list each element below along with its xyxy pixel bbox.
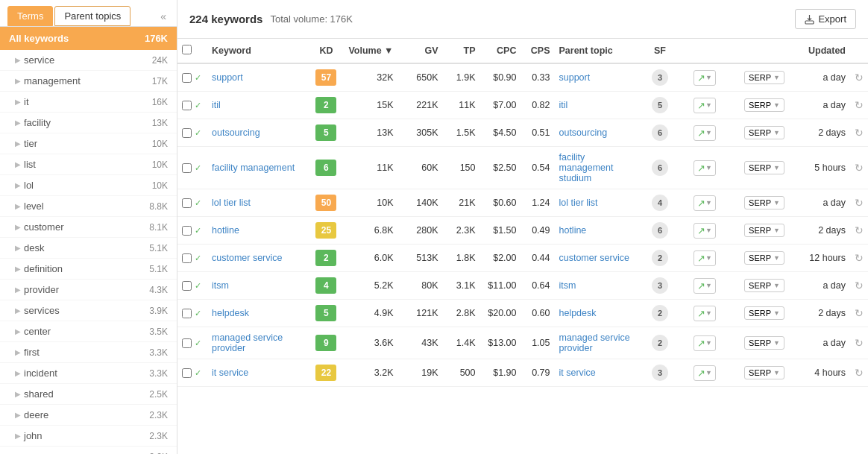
row-checkbox[interactable] <box>182 309 192 318</box>
refresh-icon[interactable]: ↻ <box>855 337 864 349</box>
col-header-gv[interactable]: GV <box>397 39 442 63</box>
collapse-sidebar-button[interactable]: « <box>157 9 169 24</box>
parent-topic-link[interactable]: itsm <box>559 280 576 291</box>
trend-button[interactable]: ↗ ▼ <box>694 125 716 141</box>
trend-button[interactable]: ↗ ▼ <box>694 365 716 381</box>
keyword-link[interactable]: customer service <box>212 253 282 263</box>
col-header-sf[interactable]: SF <box>645 39 675 63</box>
row-checkbox[interactable] <box>182 101 192 110</box>
col-header-tp[interactable]: TP <box>442 39 479 63</box>
refresh-icon[interactable]: ↻ <box>855 162 864 174</box>
sidebar-item[interactable]: ▶ definition 5.1K <box>0 259 177 280</box>
sidebar-item[interactable]: ▶ center 3.5K <box>0 321 177 342</box>
refresh-icon[interactable]: ↻ <box>855 280 864 291</box>
trend-button[interactable]: ↗ ▼ <box>694 98 716 113</box>
refresh-icon[interactable]: ↻ <box>855 99 864 111</box>
col-header-volume[interactable]: Volume ▼ <box>344 39 397 63</box>
serp-button[interactable]: SERP ▼ <box>744 336 784 350</box>
refresh-icon[interactable]: ↻ <box>855 72 864 83</box>
parent-topic-link[interactable]: customer service <box>559 253 629 263</box>
trend-button[interactable]: ↗ ▼ <box>694 335 716 351</box>
sidebar-item[interactable]: ▶ it 16K <box>0 92 177 113</box>
sidebar-item[interactable]: ▶ john 2.3K <box>0 426 177 447</box>
col-header-updated[interactable]: Updated <box>794 39 850 63</box>
col-header-cpc[interactable]: CPC <box>479 39 521 63</box>
sidebar-item[interactable]: ▶ provider 4.3K <box>0 280 177 300</box>
keyword-link[interactable]: managed service provider <box>212 332 283 353</box>
parent-topic-link[interactable]: itil <box>559 100 567 110</box>
sidebar-item[interactable]: ▶ desk 5.1K <box>0 238 177 259</box>
row-checkbox[interactable] <box>182 128 192 138</box>
parent-topic-link[interactable]: managed service provider <box>559 332 629 353</box>
keyword-link[interactable]: helpdesk <box>212 308 249 318</box>
keyword-link[interactable]: itsm <box>212 280 229 291</box>
trend-button[interactable]: ↗ ▼ <box>694 70 716 86</box>
trend-button[interactable]: ↗ ▼ <box>694 223 716 239</box>
keyword-link[interactable]: support <box>212 72 243 83</box>
refresh-icon[interactable]: ↻ <box>855 127 864 139</box>
refresh-icon[interactable]: ↻ <box>855 307 864 319</box>
row-checkbox[interactable] <box>182 368 192 378</box>
sidebar-item[interactable]: ▶ incident 3.3K <box>0 363 177 384</box>
col-header-keyword[interactable]: Keyword <box>207 39 308 63</box>
sidebar-item[interactable]: ▶ management 17K <box>0 71 177 92</box>
sidebar-item[interactable]: ▶ list 10K <box>0 154 177 175</box>
serp-button[interactable]: SERP ▼ <box>744 161 784 174</box>
serp-button[interactable]: SERP ▼ <box>744 126 784 139</box>
sidebar-item[interactable]: ▶ first 3.3K <box>0 342 177 363</box>
sidebar-item[interactable]: ▶ service 24K <box>0 50 177 71</box>
row-checkbox[interactable] <box>182 281 192 291</box>
col-header-cps[interactable]: CPS <box>521 39 554 63</box>
parent-topic-link[interactable]: support <box>559 72 590 83</box>
parent-topic-link[interactable]: helpdesk <box>559 308 596 318</box>
sidebar-item[interactable]: ▶ services 3.9K <box>0 300 177 321</box>
trend-button[interactable]: ↗ ▼ <box>694 250 716 266</box>
row-checkbox[interactable] <box>182 226 192 236</box>
export-button[interactable]: Export <box>795 9 856 29</box>
sidebar-item[interactable]: ▶ deere 2.3K <box>0 405 177 426</box>
parent-topic-link[interactable]: it service <box>559 368 595 378</box>
refresh-icon[interactable]: ↻ <box>855 367 864 379</box>
refresh-icon[interactable]: ↻ <box>855 252 864 264</box>
serp-button[interactable]: SERP ▼ <box>744 279 784 292</box>
tab-terms[interactable]: Terms <box>7 6 53 26</box>
parent-topic-link[interactable]: outsourcing <box>559 127 607 138</box>
col-header-kd[interactable]: KD <box>308 39 344 63</box>
serp-button[interactable]: SERP ▼ <box>744 98 784 112</box>
sidebar-item[interactable]: ▶ care 2.2K <box>0 447 177 454</box>
trend-button[interactable]: ↗ ▼ <box>694 160 716 176</box>
row-checkbox[interactable] <box>182 198 192 208</box>
trend-button[interactable]: ↗ ▼ <box>694 306 716 321</box>
select-all-checkbox[interactable] <box>182 45 192 54</box>
sidebar-item-all-keywords[interactable]: All keywords 176K <box>0 27 177 50</box>
keyword-link[interactable]: facility management <box>212 163 295 173</box>
serp-button[interactable]: SERP ▼ <box>744 366 784 379</box>
row-checkbox[interactable] <box>182 73 192 83</box>
keyword-link[interactable]: lol tier list <box>212 198 251 208</box>
sidebar-item[interactable]: ▶ facility 13K <box>0 113 177 133</box>
trend-button[interactable]: ↗ ▼ <box>694 278 716 294</box>
serp-button[interactable]: SERP ▼ <box>744 224 784 237</box>
parent-topic-link[interactable]: hotline <box>559 225 586 236</box>
keyword-link[interactable]: outsourcing <box>212 127 260 138</box>
serp-button[interactable]: SERP ▼ <box>744 196 784 209</box>
sidebar-item[interactable]: ▶ tier 10K <box>0 133 177 154</box>
parent-topic-link[interactable]: facility management studium <box>559 152 613 183</box>
refresh-icon[interactable]: ↻ <box>855 224 864 236</box>
refresh-icon[interactable]: ↻ <box>855 197 864 209</box>
row-checkbox[interactable] <box>182 338 192 348</box>
col-header-parent-topic[interactable]: Parent topic <box>554 39 645 63</box>
row-checkbox[interactable] <box>182 163 192 173</box>
keyword-link[interactable]: hotline <box>212 225 239 236</box>
row-checkbox[interactable] <box>182 253 192 263</box>
keyword-link[interactable]: it service <box>212 368 248 378</box>
sidebar-item[interactable]: ▶ shared 2.5K <box>0 384 177 405</box>
serp-button[interactable]: SERP ▼ <box>744 251 784 265</box>
sidebar-item[interactable]: ▶ lol 10K <box>0 175 177 196</box>
trend-button[interactable]: ↗ ▼ <box>694 195 716 211</box>
sidebar-item[interactable]: ▶ level 8.8K <box>0 196 177 217</box>
serp-button[interactable]: SERP ▼ <box>744 71 784 84</box>
keyword-link[interactable]: itil <box>212 100 221 110</box>
parent-topic-link[interactable]: lol tier list <box>559 198 597 208</box>
sidebar-item[interactable]: ▶ customer 8.1K <box>0 217 177 238</box>
